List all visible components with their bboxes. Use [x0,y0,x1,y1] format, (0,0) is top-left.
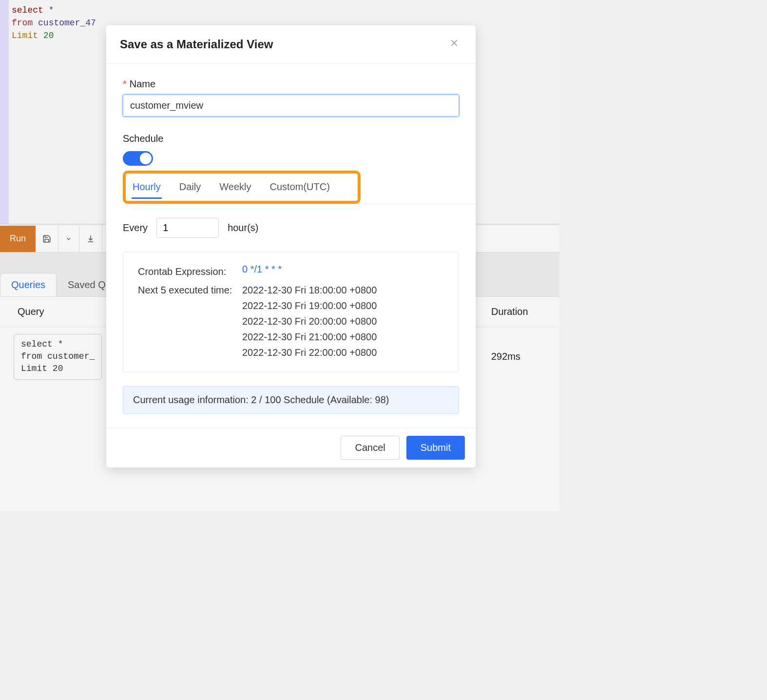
every-label: Every [123,222,148,233]
schedule-tabs: Hourly Daily Weekly Custom(UTC) [128,179,356,199]
modal-title: Save as a Materialized View [120,38,273,51]
crontab-expression-value: 0 */1 * * * [242,264,444,275]
close-icon [449,38,459,48]
schedule-field-label: Schedule [123,133,459,144]
next-executed-label: Next 5 executed time: [138,282,238,298]
cron-info-box: Crontab Expression: 0 */1 * * * Next 5 e… [123,252,459,372]
modal-footer: Cancel Submit [106,428,476,467]
save-materialized-view-modal: Save as a Materialized View *Name Schedu… [106,25,476,467]
close-button[interactable] [446,36,462,53]
exec-time: 2022-12-30 Fri 18:00:00 +0800 [242,282,444,298]
exec-time: 2022-12-30 Fri 20:00:00 +0800 [242,313,444,329]
interval-input[interactable] [156,218,219,238]
schedule-toggle[interactable] [123,151,153,166]
next-executed-list: 2022-12-30 Fri 18:00:00 +0800 2022-12-30… [242,282,444,360]
submit-button[interactable]: Submit [406,436,465,460]
tab-daily[interactable]: Daily [178,179,202,199]
tabs-divider [123,204,476,204]
name-field-label: *Name [123,78,459,90]
modal-header: Save as a Materialized View [106,25,476,64]
exec-time: 2022-12-30 Fri 21:00:00 +0800 [242,329,444,345]
hours-label: hour(s) [228,222,258,233]
required-star-icon: * [123,78,127,89]
toggle-knob [140,153,152,164]
usage-info-banner: Current usage information: 2 / 100 Sched… [123,386,459,414]
crontab-expression-label: Crontab Expression: [138,264,238,279]
exec-time: 2022-12-30 Fri 19:00:00 +0800 [242,298,444,313]
name-input[interactable] [123,95,459,117]
every-row: Every hour(s) [123,218,459,238]
tab-custom-utc[interactable]: Custom(UTC) [268,179,330,199]
exec-time: 2022-12-30 Fri 22:00:00 +0800 [242,345,444,360]
cancel-button[interactable]: Cancel [341,436,399,460]
modal-body: *Name Schedule Hourly Daily Weekly Custo… [106,64,476,428]
tab-weekly[interactable]: Weekly [218,179,252,199]
schedule-tabs-highlight: Hourly Daily Weekly Custom(UTC) [123,171,361,204]
tab-hourly[interactable]: Hourly [132,179,162,199]
